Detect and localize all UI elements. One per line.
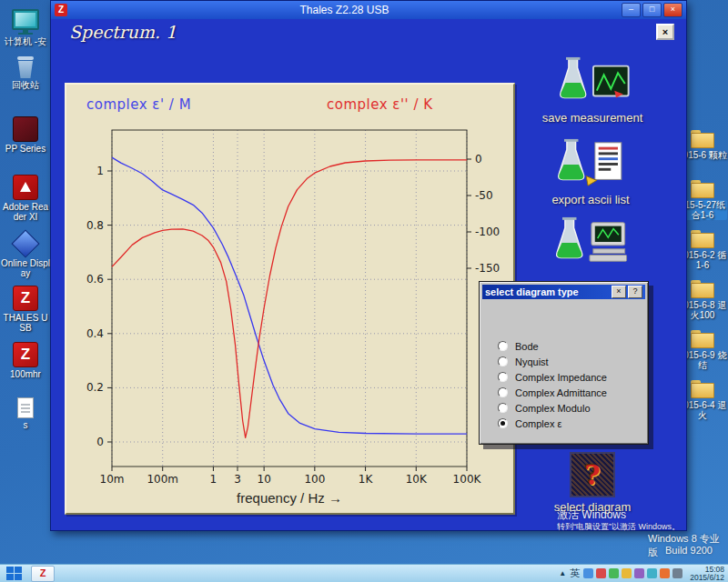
folder-icon [691,230,714,248]
desktop-icon-recycle-bin[interactable]: 回收站 [1,51,50,90]
radio-button-icon[interactable] [498,372,508,382]
svg-text:10: 10 [258,473,271,486]
option-label: Nyquist [515,356,549,367]
radio-button-icon[interactable] [498,418,508,428]
diagram-option-nyquist[interactable]: Nyquist [498,354,644,369]
spectrum-window-title: Spectrum. 1 [69,22,177,42]
tray-expand-icon[interactable]: ▲ [559,569,566,577]
start-button[interactable] [4,567,24,581]
tool-export-ascii-list[interactable]: export ascii list [513,137,668,206]
tool-label: export ascii list [513,193,668,206]
option-label: Bode [515,341,539,352]
spectrum-close-button[interactable]: × [656,24,674,40]
desktop-icon-label: 计算机 -安 [1,36,50,46]
tool-label: save measurement [515,111,670,125]
window-title: Thales Z2.28 USB [71,4,618,16]
radio-button-icon[interactable] [498,403,508,413]
desktop-icon-computer[interactable]: 计算机 -安 [1,7,50,46]
radio-button-icon[interactable] [498,356,508,366]
minimize-button[interactable]: – [622,3,641,17]
adobe-reader-icon [13,175,38,200]
taskbar-clock[interactable]: 15:08 2015/6/12 [690,566,724,582]
folder-icon [691,330,714,348]
desktop-icon-label: 回收站 [1,80,50,90]
dialog-body: BodeNyquistComplex ImpedanceComplex Admi… [480,302,648,440]
pp-series-icon [13,116,38,142]
thales-z-icon: Z [13,342,38,367]
diagram-option-complex-admittance[interactable]: Complex Admittance [498,385,644,400]
svg-text:100: 100 [304,473,325,486]
taskbar: Z ▲ 英 15:08 2015/6/12 [0,564,728,582]
radio-button-icon[interactable] [498,387,508,397]
window-controls: – □ × [622,3,682,17]
svg-text:0.4: 0.4 [86,327,104,340]
network-icon[interactable] [660,568,670,578]
svg-text:0: 0 [475,153,482,166]
antivirus-icon[interactable] [596,568,606,578]
option-label: Complex Impedance [515,372,607,383]
svg-text:1: 1 [210,473,217,486]
taskbar-thales-button[interactable]: Z [31,566,55,582]
desktop-icon-label: 100mhr [1,369,50,379]
app-z-icon: Z [55,4,67,16]
flask-screen-icon [551,55,633,108]
tool-save-measurement[interactable]: save measurement [515,55,670,125]
svg-text:1K: 1K [359,473,374,486]
tool-online-display-measurement[interactable] [511,216,666,268]
svg-text:0.8: 0.8 [86,219,104,232]
desktop-icon-label: Online Display [1,258,50,278]
dialog-close-icon[interactable]: × [612,286,626,298]
app-icon-letter: Z [58,5,64,15]
close-button[interactable]: × [663,3,682,17]
power-icon[interactable] [672,568,682,578]
computer-icon [12,9,39,30]
input-method-icon[interactable] [622,568,632,578]
usb-device-icon[interactable] [634,568,644,578]
volume-icon[interactable] [647,568,657,578]
folder-icon [691,180,714,198]
folder-icon [691,380,714,398]
diagram-option-complex-ε[interactable]: Complex ε [498,416,644,431]
dialog-help-icon[interactable]: ? [628,286,642,298]
svg-text:0.6: 0.6 [86,273,104,286]
option-label: Complex ε [515,418,561,429]
question-block-icon: ? [570,452,615,497]
desktop-icon-adobe-reader[interactable]: Adobe Reader XI [1,173,50,222]
svg-text:10K: 10K [406,473,428,486]
system-tray: ▲ 英 15:08 2015/6/12 [559,566,724,582]
desktop-icon-100mhr[interactable]: Z100mhr [1,340,50,379]
ime-indicator[interactable]: 英 [570,567,580,580]
option-label: Complex Admittance [515,387,607,398]
desktop-icon-label: THALES USB [1,313,50,333]
svg-text:100K: 100K [453,473,482,486]
diagram-option-complex-modulo[interactable]: Complex Modulo [498,400,644,416]
tool-select-diagram[interactable]: ?select diagram [515,452,670,514]
radio-button-icon[interactable] [498,341,508,351]
desktop-icon-pp-series[interactable]: PP Series [1,115,50,154]
recycle-bin-icon [17,56,34,78]
window-titlebar[interactable]: Z Thales Z2.28 USB – □ × [51,1,686,19]
security-shield-icon[interactable] [609,568,619,578]
maximize-button[interactable]: □ [642,3,662,17]
svg-text:100m: 100m [147,473,178,486]
desktop: 计算机 -安回收站PP SeriesAdobe Reader XIOnline … [0,0,728,582]
svg-text:-100: -100 [475,226,500,238]
svg-text:3: 3 [234,473,241,486]
svg-text:0.2: 0.2 [86,381,104,394]
desktop-icon-online-display[interactable]: Online Display [1,229,50,278]
folder-icon [691,280,714,298]
desktop-icon-text-file[interactable]: s [1,391,50,430]
desktop-icon-thales-usb[interactable]: ZTHALES USB [1,284,50,333]
dialog-titlebar[interactable]: select diagram type × ? [482,285,645,299]
desktop-icon-label: PP Series [1,144,50,154]
dialog-title: select diagram type [485,286,610,297]
flask-list-icon [550,137,632,190]
x-axis-label: frequency / Hz → [112,490,467,506]
svg-text:-150: -150 [475,262,500,275]
diagram-option-bode[interactable]: Bode [498,338,644,354]
diagram-option-complex-impedance[interactable]: Complex Impedance [498,369,644,385]
svg-text:10m: 10m [100,473,125,486]
im-icon[interactable] [583,568,593,578]
thales-window: Z Thales Z2.28 USB – □ × Spectrum. 1 × c… [50,0,687,531]
select-diagram-dialog: select diagram type × ? BodeNyquistCompl… [479,281,649,445]
